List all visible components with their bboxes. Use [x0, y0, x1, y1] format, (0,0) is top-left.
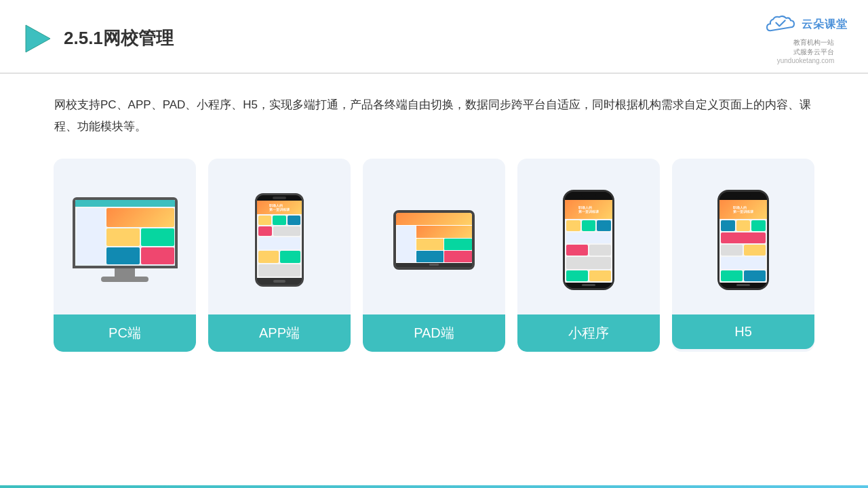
phone-modern-miniapp: 职场人的第一堂训练课	[563, 190, 614, 290]
header-left: 2.5.1网校管理	[20, 22, 174, 55]
description-text: 网校支持PC、APP、PAD、小程序、H5，实现多端打通，产品各终端自由切换，数…	[0, 74, 868, 145]
cloud-icon	[764, 12, 797, 37]
card-app: 职场人的第一堂训练课	[208, 159, 351, 352]
logo-url: yunduoketang.com	[777, 57, 835, 64]
svg-marker-0	[26, 25, 50, 52]
app-label: APP端	[208, 314, 351, 352]
phone-body: 职场人的第一堂训练课	[255, 193, 304, 287]
logo-tagline: 教育机构一站 式服务云平台	[793, 38, 834, 57]
monitor-screen	[73, 197, 178, 268]
pc-monitor	[73, 197, 178, 282]
pad-device	[393, 210, 475, 270]
h5-image-area: 职场人的第一堂训练课	[672, 159, 814, 314]
logo-text: 云朵课堂	[802, 18, 848, 32]
pc-image-area	[54, 159, 196, 314]
card-miniapp: 职场人的第一堂训练课	[517, 159, 660, 352]
h5-label: H5	[672, 314, 814, 349]
card-h5: 职场人的第一堂训练课	[672, 159, 814, 352]
pad-image-area	[363, 159, 505, 314]
footer-line	[0, 485, 868, 488]
logo-area: 云朵课堂 教育机构一站 式服务云平台 yunduoketang.com	[764, 12, 848, 64]
logo-cloud: 云朵课堂	[764, 12, 848, 37]
miniapp-label: 小程序	[517, 314, 660, 352]
app-phone: 职场人的第一堂训练课	[255, 193, 304, 287]
page-title: 2.5.1网校管理	[64, 26, 174, 50]
phone-modern-h5: 职场人的第一堂训练课	[717, 190, 769, 290]
miniapp-phone: 职场人的第一堂训练课	[563, 190, 614, 290]
h5-phone: 职场人的第一堂训练课	[717, 190, 769, 290]
pad-body	[393, 210, 475, 270]
card-pc: PC端	[54, 159, 196, 352]
app-image-area: 职场人的第一堂训练课	[208, 159, 351, 314]
cards-section: PC端 职场人的第一堂训练课	[0, 145, 868, 365]
header: 2.5.1网校管理 云朵课堂 教育机构一站 式服务云平台 yunduoketan…	[0, 0, 868, 74]
play-icon	[20, 22, 53, 55]
pc-label: PC端	[54, 314, 196, 352]
card-pad: PAD端	[363, 159, 505, 352]
miniapp-image-area: 职场人的第一堂训练课	[517, 159, 660, 314]
pad-label: PAD端	[363, 314, 505, 352]
